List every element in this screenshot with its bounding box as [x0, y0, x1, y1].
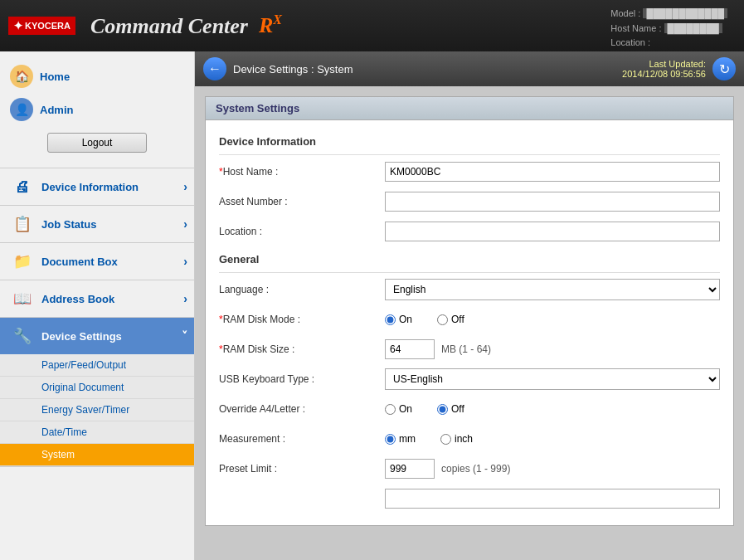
nav-section-document-box: 📁 Document Box › [0, 243, 194, 280]
location-input-wrapper [385, 222, 720, 241]
usb-keyboard-select[interactable]: US-English UK-English German French [385, 368, 720, 390]
measurement-mm-radio[interactable] [385, 434, 396, 445]
refresh-button[interactable]: ↻ [712, 57, 736, 80]
measurement-label: Measurement : [219, 433, 385, 445]
logo-area: ✦ KYOCERA Command Center RX [8, 13, 282, 39]
form-row-ram-disk-mode: *RAM Disk Mode : On Off [219, 308, 720, 331]
device-settings-icon: 🔧 [10, 326, 35, 346]
divider-1 [219, 154, 720, 155]
main-content: ← Device Settings : System Last Updated:… [195, 51, 744, 560]
model-value: ████████████ [643, 8, 727, 18]
form-row-language: Language : English Japanese French Germa… [219, 278, 720, 301]
job-status-label: Job Status [41, 218, 96, 231]
preset-limit-input[interactable] [385, 459, 435, 479]
ram-disk-mode-off-option[interactable]: Off [437, 314, 464, 325]
measurement-inch-radio[interactable] [440, 434, 451, 445]
partial-input-wrapper [385, 489, 720, 509]
nav-section-job-status: 📋 Job Status › [0, 206, 194, 243]
section-general: General [219, 253, 720, 267]
chevron-right-icon: › [183, 180, 187, 193]
ram-disk-size-input[interactable] [385, 339, 435, 359]
layout: 🏠 Home 👤 Admin Logout 🖨 Device Informati… [0, 51, 744, 560]
home-link[interactable]: Home [40, 71, 70, 83]
override-a4-on-radio[interactable] [385, 404, 396, 415]
sidebar-item-address-book[interactable]: 📖 Address Book › [0, 280, 194, 317]
asset-number-label: Asset Number : [219, 196, 385, 207]
sidebar: 🏠 Home 👤 Admin Logout 🖨 Device Informati… [0, 51, 195, 560]
chevron-right-icon-2: › [183, 217, 187, 231]
asset-number-input[interactable] [385, 192, 720, 212]
sidebar-item-admin[interactable]: 👤 Admin [0, 93, 194, 126]
form-row-partial [219, 487, 720, 510]
partial-input[interactable] [385, 489, 720, 509]
ram-disk-mode-on-label: On [399, 314, 412, 325]
override-a4-off-option[interactable]: Off [437, 403, 464, 415]
section-device-info: Device Information [219, 135, 720, 149]
preset-limit-input-wrapper: copies (1 - 999) [385, 459, 720, 479]
document-box-label: Document Box [41, 256, 118, 268]
nav-section-device-settings: 🔧 Device Settings ˅ Paper/Feed/Output Or… [0, 318, 194, 467]
ram-disk-size-input-wrapper: MB (1 - 64) [385, 339, 720, 359]
header-info: Model : ████████████ Host Name : ███████… [610, 7, 727, 51]
system-settings-panel: System Settings Device Information *Host… [205, 96, 734, 526]
kyocera-logo: ✦ KYOCERA [8, 17, 75, 35]
measurement-inch-option[interactable]: inch [440, 433, 473, 445]
ram-disk-size-group: MB (1 - 64) [385, 339, 720, 359]
ram-disk-mode-radios: On Off [385, 314, 720, 325]
last-updated-label: Last Updated: [622, 59, 706, 69]
chevron-down-icon: ˅ [182, 329, 187, 343]
measurement-mm-label: mm [399, 433, 416, 445]
ram-disk-size-field-label: RAM Disk Size : [223, 343, 295, 355]
submenu-system[interactable]: System [0, 444, 194, 466]
hostname-label: Host Name : [610, 23, 661, 33]
submenu-date-time[interactable]: Date/Time [0, 421, 194, 444]
logout-button[interactable]: Logout [47, 133, 147, 153]
hostname-input-wrapper [385, 162, 720, 182]
measurement-mm-option[interactable]: mm [385, 433, 416, 445]
hostname-input[interactable] [385, 162, 720, 182]
language-select[interactable]: English Japanese French German Spanish [385, 279, 720, 300]
ram-disk-mode-field-label: RAM Disk Mode : [223, 314, 300, 325]
divider-2 [219, 272, 720, 273]
location-input[interactable] [385, 222, 720, 241]
ram-disk-mode-off-label: Off [451, 314, 464, 325]
sidebar-item-device-information[interactable]: 🖨 Device Information › [0, 168, 194, 205]
override-a4-on-label: On [399, 403, 412, 415]
content-area: System Settings Device Information *Host… [195, 86, 744, 536]
breadcrumb: Device Settings : System [233, 63, 615, 75]
ram-disk-size-hint: MB (1 - 64) [441, 343, 491, 355]
device-info-icon: 🖨 [10, 177, 35, 197]
form-row-location: Location : [219, 220, 720, 243]
submenu-original-doc[interactable]: Original Document [0, 377, 194, 399]
location-field-label: Location : [219, 226, 385, 237]
sidebar-item-document-box[interactable]: 📁 Document Box › [0, 243, 194, 280]
back-button[interactable]: ← [203, 57, 226, 80]
override-a4-radio-group: On Off [385, 403, 720, 415]
document-box-icon: 📁 [10, 251, 35, 271]
nav-top: 🏠 Home 👤 Admin Logout [0, 51, 194, 168]
ram-disk-mode-off-radio[interactable] [437, 314, 448, 325]
sidebar-item-job-status[interactable]: 📋 Job Status › [0, 206, 194, 242]
override-a4-on-option[interactable]: On [385, 403, 412, 415]
sidebar-item-device-settings[interactable]: 🔧 Device Settings ˅ [0, 318, 194, 354]
address-book-icon: 📖 [10, 289, 35, 309]
language-select-wrapper: English Japanese French German Spanish [385, 279, 720, 300]
panel-title: System Settings [206, 97, 733, 120]
hostname-info: Host Name : ████████ [610, 22, 727, 37]
submenu-paper-feed[interactable]: Paper/Feed/Output [0, 354, 194, 377]
last-updated-value: 2014/12/08 09:56:56 [622, 69, 706, 79]
device-settings-submenu: Paper/Feed/Output Original Document Ener… [0, 354, 194, 466]
submenu-energy-saver[interactable]: Energy Saver/Timer [0, 399, 194, 421]
form-row-asset-number: Asset Number : [219, 190, 720, 213]
nav-section-address-book: 📖 Address Book › [0, 280, 194, 318]
measurement-radios: mm inch [385, 433, 720, 445]
nav-section-device-info: 🖨 Device Information › [0, 168, 194, 206]
ram-disk-mode-on-radio[interactable] [385, 314, 396, 325]
sidebar-item-home[interactable]: 🏠 Home [0, 60, 194, 93]
usb-keyboard-label: USB Keyboard Type : [219, 373, 385, 385]
form-row-measurement: Measurement : mm inch [219, 427, 720, 450]
ram-disk-mode-on-option[interactable]: On [385, 314, 412, 325]
override-a4-off-radio[interactable] [437, 404, 448, 415]
form-row-preset-limit: Preset Limit : copies (1 - 999) [219, 457, 720, 480]
preset-limit-hint: copies (1 - 999) [441, 463, 510, 475]
